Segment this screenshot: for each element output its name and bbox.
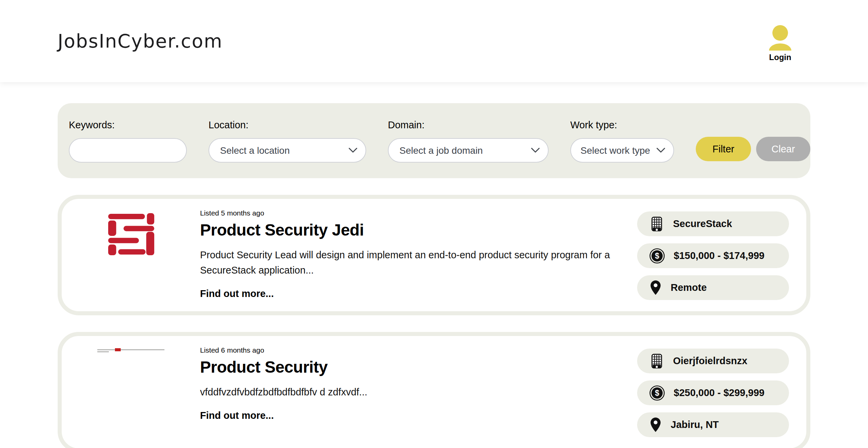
text-thumbnail xyxy=(97,348,164,354)
site-logo[interactable]: JobsInCyber.com xyxy=(58,30,223,52)
map-pin-icon xyxy=(649,417,662,433)
building-icon xyxy=(649,217,664,231)
keywords-field: Keywords: xyxy=(69,119,187,163)
filter-panel: Keywords: Location: Select a location Do… xyxy=(58,103,810,178)
job-card: Listed 6 months ago Product Security vfd… xyxy=(58,332,810,448)
listed-date: Listed 6 months ago xyxy=(200,346,637,354)
work-type-select[interactable]: Select work type xyxy=(570,138,674,163)
keywords-input[interactable] xyxy=(69,138,187,163)
job-description: vfddfvzdfvbdfzbdfbdfbdfbfv d zdfxvdf... xyxy=(200,385,620,400)
find-out-more-link[interactable]: Find out more... xyxy=(200,288,274,299)
salary-badge: $ $250,000 - $299,999 xyxy=(637,380,789,405)
clear-button[interactable]: Clear xyxy=(756,137,810,161)
user-icon xyxy=(769,25,792,51)
building-icon xyxy=(649,354,664,369)
location-select[interactable]: Select a location xyxy=(209,138,366,163)
job-location: Jabiru, NT xyxy=(671,419,719,430)
filter-actions: Filter Clear xyxy=(696,119,810,161)
company-logo-area xyxy=(62,208,200,255)
login-button[interactable]: Login xyxy=(769,25,792,62)
job-description: Product Security Lead will design and im… xyxy=(200,247,620,278)
svg-text:$: $ xyxy=(655,251,659,260)
salary-badge: $ $150,000 - $174,999 xyxy=(637,243,789,268)
dollar-coin-icon: $ xyxy=(649,385,665,401)
find-out-more-link[interactable]: Find out more... xyxy=(200,410,274,421)
company-name: SecureStack xyxy=(673,218,732,229)
header-inner: JobsInCyber.com Login xyxy=(58,0,810,82)
company-logo-area xyxy=(62,345,200,354)
domain-select[interactable]: Select a job domain xyxy=(388,138,549,163)
job-badges: Oierjfoielrdsnzx $ $250,000 - $299,999 J… xyxy=(637,349,789,437)
main-content: Keywords: Location: Select a location Do… xyxy=(58,103,810,448)
site-header: JobsInCyber.com Login xyxy=(0,0,868,82)
work-type-field: Work type: Select work type xyxy=(570,119,674,163)
company-badge: SecureStack xyxy=(637,211,789,236)
salary-range: $250,000 - $299,999 xyxy=(674,387,765,398)
location-badge: Jabiru, NT xyxy=(637,412,789,437)
location-field: Location: Select a location xyxy=(209,119,366,163)
job-title: Product Security Jedi xyxy=(200,221,637,239)
filter-button[interactable]: Filter xyxy=(696,137,751,161)
listed-date: Listed 5 months ago xyxy=(200,209,637,217)
job-location: Remote xyxy=(671,282,707,293)
job-title: Product Security xyxy=(200,358,637,376)
map-pin-icon xyxy=(649,280,662,296)
salary-range: $150,000 - $174,999 xyxy=(674,250,765,261)
job-summary: Listed 5 months ago Product Security Jed… xyxy=(200,208,637,299)
location-badge: Remote xyxy=(637,275,789,300)
job-badges: SecureStack $ $150,000 - $174,999 Remote xyxy=(637,211,789,300)
securestack-logo xyxy=(107,212,154,255)
company-badge: Oierjfoielrdsnzx xyxy=(637,349,789,373)
domain-field: Domain: Select a job domain xyxy=(388,119,549,163)
svg-text:$: $ xyxy=(655,389,659,397)
login-label: Login xyxy=(769,53,791,62)
job-card: Listed 5 months ago Product Security Jed… xyxy=(58,195,810,315)
location-label: Location: xyxy=(209,119,366,131)
work-type-label: Work type: xyxy=(570,119,674,131)
dollar-coin-icon: $ xyxy=(649,248,665,264)
company-name: Oierjfoielrdsnzx xyxy=(673,355,747,367)
domain-label: Domain: xyxy=(388,119,549,131)
keywords-label: Keywords: xyxy=(69,119,187,131)
job-summary: Listed 6 months ago Product Security vfd… xyxy=(200,345,637,421)
